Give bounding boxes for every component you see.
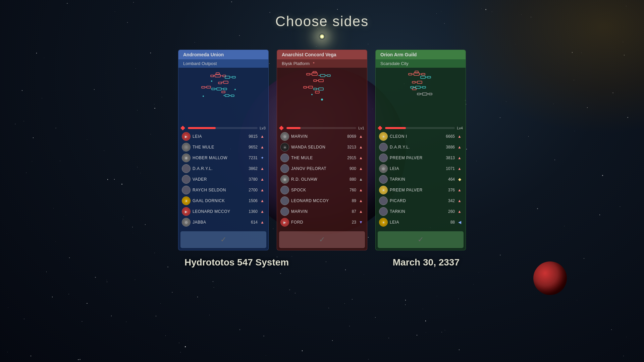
player-row[interactable]: RAYCH SELDON 2700 ▲ — [180, 185, 266, 195]
faction-card-andromeda[interactable]: Andromeda Union Lombard Outpost — [178, 50, 269, 250]
player-row[interactable]: ⊕ HOBER MALLOW 7231 ✦ — [180, 153, 266, 163]
level-badge: Lv1 — [358, 126, 364, 130]
level-badge: Lv4 — [457, 126, 463, 130]
health-bar-fill — [188, 127, 216, 129]
svg-rect-32 — [319, 79, 323, 82]
svg-rect-21 — [225, 95, 229, 97]
avatar: ★ — [379, 218, 388, 227]
player-row[interactable]: ▶ FORD 23 ▼ — [279, 217, 365, 227]
player-row[interactable]: PICARD 342 ▲ — [378, 196, 464, 206]
svg-point-47 — [311, 94, 313, 95]
player-row[interactable]: D.A.R.Y.L. 3862 ▲ — [180, 164, 266, 174]
avatar — [182, 175, 191, 184]
level-badge: Lv3 — [260, 126, 266, 130]
player-row[interactable]: ⊙ LEIA 1071 ▲ — [378, 164, 464, 174]
svg-rect-12 — [222, 91, 225, 93]
avatar: ★ — [182, 196, 191, 205]
avatar: ⊕ — [280, 175, 289, 184]
player-row[interactable]: ☠ WANDA SELDON 3213 ▲ — [279, 142, 365, 152]
bar-row-andromeda: Lv3 — [178, 125, 268, 131]
player-row[interactable]: THE MULE 2915 ▲ — [279, 153, 365, 163]
player-row[interactable]: ⊕ R.D. OLIVAW 880 ▲ — [279, 174, 365, 184]
player-row[interactable]: D.A.R.Y.L. 3886 ▲ — [378, 142, 464, 152]
svg-rect-24 — [231, 95, 234, 97]
map-orion — [376, 68, 466, 125]
diamond-icon — [279, 126, 284, 130]
svg-rect-31 — [307, 73, 310, 75]
avatar — [379, 175, 388, 184]
svg-rect-35 — [309, 86, 313, 88]
ship-formation-orion — [384, 69, 458, 123]
faction-tab-andromeda: Andromeda Union — [178, 50, 268, 59]
svg-rect-63 — [411, 86, 414, 88]
bar-row-orion: Lv4 — [376, 125, 466, 131]
svg-rect-11 — [202, 86, 205, 88]
checkmark-icon: ✓ — [319, 235, 325, 244]
player-row[interactable]: TARKIN 464 ◆ — [378, 174, 464, 184]
avatar: ☠ — [280, 143, 289, 152]
avatar: ★ — [379, 186, 388, 194]
player-row[interactable]: ★ GAAL DORNICK 1506 ▲ — [180, 196, 266, 206]
svg-point-46 — [321, 99, 323, 101]
select-button-orion[interactable]: ✓ — [378, 231, 464, 248]
bar-row-anarchist: Lv1 — [277, 125, 367, 131]
ship-formation-andromeda — [186, 69, 260, 123]
health-bar-fill — [385, 127, 406, 129]
player-row[interactable]: ⊙ JABBA 614 ▲ — [180, 217, 266, 227]
svg-rect-56 — [412, 81, 415, 83]
player-row[interactable]: THE MULE 9652 ▲ — [180, 142, 266, 152]
avatar — [280, 186, 289, 194]
health-bar-track — [286, 127, 356, 129]
avatar: ▶ — [182, 207, 191, 216]
svg-rect-45 — [314, 88, 317, 90]
svg-rect-51 — [409, 73, 412, 75]
svg-rect-65 — [422, 86, 426, 88]
faction-tab-orion: Orion Arm Guild — [376, 50, 466, 59]
date-label: March 30, 2337 — [393, 257, 460, 268]
select-button-andromeda[interactable]: ✓ — [180, 231, 266, 248]
diamond-icon — [378, 126, 382, 130]
health-bar-track — [188, 127, 258, 129]
player-row[interactable]: ★ CLEON I 6665 ▲ — [378, 131, 464, 141]
player-row[interactable]: LEONARD MCCOY 89 ▲ — [279, 196, 365, 206]
avatar — [182, 186, 191, 194]
player-row[interactable]: ▶ LEONARD MCCOY 1360 ▲ — [180, 206, 266, 217]
svg-rect-16 — [217, 88, 221, 90]
svg-rect-66 — [422, 93, 427, 95]
faction-card-anarchist[interactable]: Anarchist Concord Vega Biysk Platform * — [277, 50, 367, 250]
player-row[interactable]: TARKIN 260 ▲ — [378, 206, 464, 217]
player-row[interactable]: JANOV PELORAT 900 ▲ — [279, 164, 365, 174]
svg-rect-4 — [211, 75, 214, 77]
player-row[interactable]: PREEM PALVER 3813 ▲ — [378, 153, 464, 163]
player-row[interactable]: ★ LEIA 88 ◀ — [378, 217, 464, 227]
svg-point-27 — [203, 96, 204, 97]
avatar — [379, 154, 388, 162]
player-row[interactable]: ★ PREEM PALVER 376 ▲ — [378, 185, 464, 195]
player-list-andromeda: ▶ LEIA 9815 ▲ THE MULE 9652 ▲ ⊕ HOBER MA… — [178, 131, 268, 229]
svg-rect-34 — [314, 80, 317, 81]
player-row[interactable]: ▶ LEIA 9815 ▲ — [180, 131, 266, 141]
svg-rect-18 — [212, 88, 215, 90]
svg-rect-42 — [327, 75, 330, 76]
faction-cards-row: Andromeda Union Lombard Outpost — [178, 50, 466, 250]
svg-rect-9 — [207, 86, 211, 88]
faction-card-orion[interactable]: Orion Arm Guild Scarsdale City — [375, 50, 466, 250]
select-button-anarchist[interactable]: ✓ — [279, 231, 365, 248]
svg-rect-39 — [320, 74, 325, 77]
location-orion: Scarsdale City — [376, 59, 466, 68]
faction-tab-anarchist: Anarchist Concord Vega — [277, 50, 367, 59]
svg-rect-60 — [427, 76, 431, 78]
avatar — [280, 207, 289, 216]
avatar: ⊙ — [280, 132, 289, 141]
player-row[interactable]: ⊙ MARVIN 8069 ▲ — [279, 131, 365, 141]
checkmark-icon: ✓ — [418, 235, 424, 244]
avatar: ★ — [379, 132, 388, 141]
svg-rect-37 — [304, 86, 307, 88]
player-row[interactable]: MARVIN 87 ▲ — [279, 206, 365, 217]
svg-rect-54 — [417, 81, 422, 83]
player-row[interactable]: SPOCK 760 ▲ — [279, 185, 365, 195]
player-row[interactable]: VADER 3780 ▲ — [180, 174, 266, 184]
ship-formation-anarchist — [285, 69, 359, 123]
player-list-orion: ★ CLEON I 6665 ▲ D.A.R.Y.L. 3886 ▲ PREEM… — [376, 131, 466, 229]
health-bar-track — [385, 127, 455, 129]
